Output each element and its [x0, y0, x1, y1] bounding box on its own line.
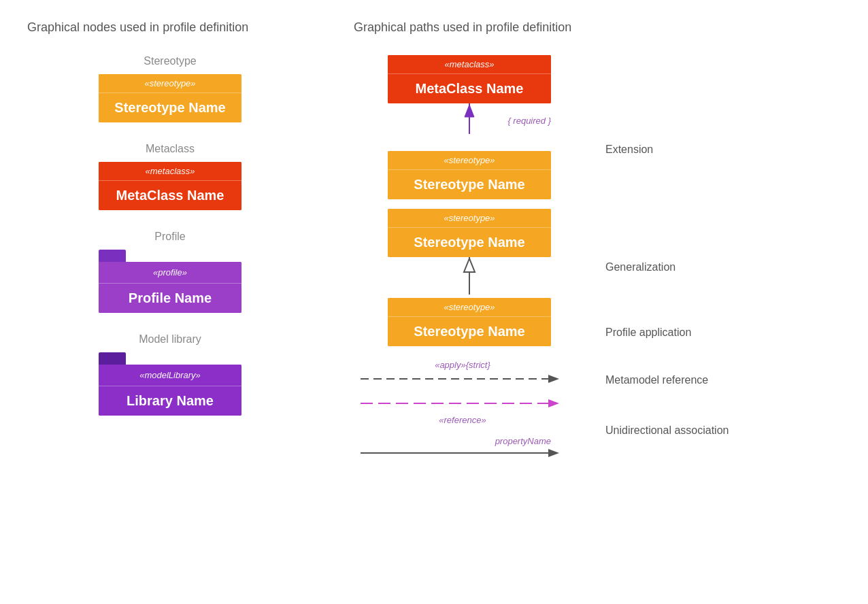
svg-marker-9 [548, 449, 559, 457]
gap1 [354, 199, 585, 209]
profile-header: «profile» [99, 262, 241, 284]
metamodel-ref-svg [354, 391, 571, 416]
generalization-svg [388, 257, 551, 298]
svg-marker-7 [548, 399, 559, 407]
right-stereotype2-body: Stereotype Name [388, 228, 551, 257]
profile-label: Profile [154, 231, 185, 243]
library-node: «modelLibrary» Library Name [99, 365, 241, 416]
stereotype-body: Stereotype Name [99, 93, 241, 122]
profile-app-connector: «apply»{strict} [354, 360, 571, 384]
library-outer: «modelLibrary» Library Name [99, 352, 241, 416]
unidirectional-svg [354, 443, 571, 463]
stereotype-node: «stereotype» Stereotype Name [99, 74, 241, 122]
right-stereotype1-box: «stereotype» Stereotype Name [388, 151, 551, 199]
metaclass-node: «metaclass» MetaClass Name [99, 162, 241, 210]
right-content: «metaclass» MetaClass Name { required } [354, 55, 841, 463]
profile-tab [99, 250, 126, 262]
metaclass-header: «metaclass» [99, 162, 241, 181]
metaclass-body: MetaClass Name [99, 181, 241, 210]
profile-body: Profile Name [99, 284, 241, 313]
extension-connector: { required } [388, 103, 551, 151]
left-panel: Graphical nodes used in profile definiti… [27, 20, 313, 584]
svg-marker-5 [548, 375, 559, 383]
extension-path-label: Extension [605, 144, 729, 156]
right-title: Graphical paths used in profile definiti… [354, 20, 841, 35]
required-text: { required } [507, 116, 551, 126]
stereotype-label: Stereotype [144, 55, 196, 67]
extension-svg [388, 103, 551, 151]
metamodel-ref-label: «reference» [439, 415, 486, 425]
right-stereotype3-body: Stereotype Name [388, 317, 551, 346]
library-section: Model library «modelLibrary» Library Nam… [27, 333, 313, 416]
right-stereotype1-header: «stereotype» [388, 151, 551, 170]
metaclass-section: Metaclass «metaclass» MetaClass Name [27, 143, 313, 210]
svg-marker-1 [465, 105, 474, 117]
svg-marker-3 [464, 258, 475, 272]
generalization-path-label: Generalization [605, 261, 729, 273]
metamodel-ref-connector: «reference» [354, 391, 571, 425]
generalization-connector [388, 257, 551, 298]
right-metaclass-body: MetaClass Name [388, 74, 551, 103]
right-metaclass-box: «metaclass» MetaClass Name [388, 55, 551, 103]
unidirectional-path-label: Unidirectional association [605, 424, 729, 437]
profile-section: Profile «profile» Profile Name [27, 231, 313, 313]
metamodel-ref-path-label: Metamodel reference [605, 374, 729, 386]
diagram-area: «metaclass» MetaClass Name { required } [354, 55, 585, 463]
library-header: «modelLibrary» [99, 365, 241, 386]
right-metaclass-header: «metaclass» [388, 55, 551, 74]
profile-app-svg [354, 360, 571, 384]
stereotype-section: Stereotype «stereotype» Stereotype Name [27, 55, 313, 122]
left-title: Graphical nodes used in profile definiti… [27, 20, 313, 35]
stereotype-header: «stereotype» [99, 74, 241, 93]
page-container: Graphical nodes used in profile definiti… [0, 0, 868, 604]
profile-outer: «profile» Profile Name [99, 250, 241, 313]
profile-node: «profile» Profile Name [99, 262, 241, 313]
right-stereotype1-body: Stereotype Name [388, 170, 551, 199]
metaclass-label: Metaclass [146, 143, 195, 155]
right-stereotype2-box: «stereotype» Stereotype Name [388, 209, 551, 257]
library-label: Model library [139, 333, 201, 346]
library-body: Library Name [99, 386, 241, 416]
labels-column: Extension Generalization Profile applica… [605, 55, 729, 463]
right-stereotype3-header: «stereotype» [388, 298, 551, 317]
right-stereotype2-header: «stereotype» [388, 209, 551, 228]
right-stereotype3-box: «stereotype» Stereotype Name [388, 298, 551, 346]
profile-app-path-label: Profile application [605, 326, 729, 339]
library-tab [99, 352, 126, 365]
unidirectional-connector: propertyName [354, 436, 571, 463]
right-panel: Graphical paths used in profile definiti… [313, 20, 841, 584]
